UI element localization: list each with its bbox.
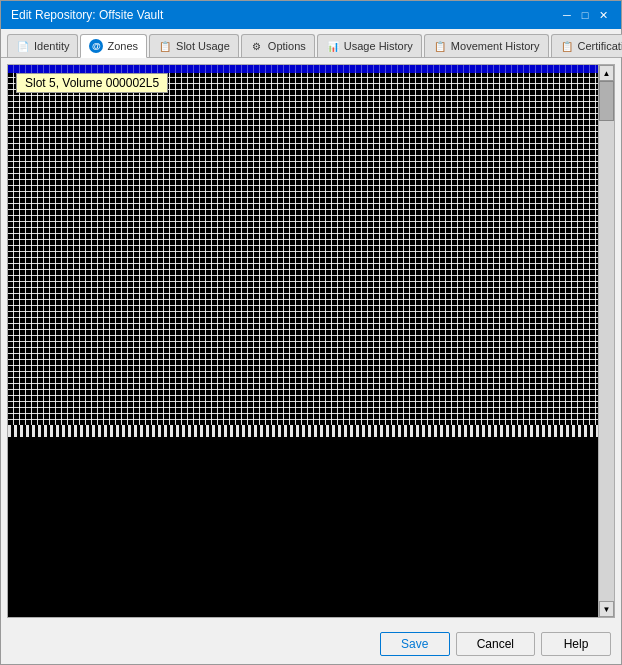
tab-movement-history[interactable]: 📋 Movement History <box>424 34 549 57</box>
tab-usage-history[interactable]: 📊 Usage History <box>317 34 422 57</box>
certification-tab-icon: 📋 <box>560 39 574 53</box>
close-button[interactable]: ✕ <box>595 7 611 23</box>
tab-zones-label: Zones <box>107 40 138 52</box>
minimize-button[interactable]: ─ <box>559 7 575 23</box>
tab-slot-usage[interactable]: 📋 Slot Usage <box>149 34 239 57</box>
tab-options-label: Options <box>268 40 306 52</box>
scrollbar[interactable]: ▲ ▼ <box>598 65 614 617</box>
scrollbar-thumb[interactable] <box>599 81 614 121</box>
identity-tab-icon: 📄 <box>16 39 30 53</box>
scroll-up-button[interactable]: ▲ <box>599 65 614 81</box>
slot-view[interactable]: Slot 5, Volume 000002L5 ▲ ▼ <box>7 64 615 618</box>
slot-tooltip: Slot 5, Volume 000002L5 <box>16 73 168 93</box>
main-window: Edit Repository: Offsite Vault ─ □ ✕ 📄 I… <box>0 0 622 665</box>
usage-history-tab-icon: 📊 <box>326 39 340 53</box>
maximize-button[interactable]: □ <box>577 7 593 23</box>
tab-usage-history-label: Usage History <box>344 40 413 52</box>
zones-tab-icon: @ <box>89 39 103 53</box>
tab-identity[interactable]: 📄 Identity <box>7 34 78 57</box>
scrollbar-track[interactable] <box>599 81 614 601</box>
help-button[interactable]: Help <box>541 632 611 656</box>
tab-options[interactable]: ⚙ Options <box>241 34 315 57</box>
cancel-button[interactable]: Cancel <box>456 632 535 656</box>
window-title: Edit Repository: Offsite Vault <box>11 8 163 22</box>
grid-top-blue <box>8 65 598 73</box>
tab-certification[interactable]: 📋 Certification <box>551 34 623 57</box>
grid-bottom-dots <box>8 425 598 437</box>
title-controls: ─ □ ✕ <box>559 7 611 23</box>
title-bar: Edit Repository: Offsite Vault ─ □ ✕ <box>1 1 621 29</box>
scroll-down-button[interactable]: ▼ <box>599 601 614 617</box>
save-button[interactable]: Save <box>380 632 450 656</box>
tabs-bar: 📄 Identity @ Zones 📋 Slot Usage ⚙ Option… <box>1 29 621 58</box>
tab-zones[interactable]: @ Zones <box>80 34 147 58</box>
options-tab-icon: ⚙ <box>250 39 264 53</box>
tab-movement-history-label: Movement History <box>451 40 540 52</box>
grid-bottom-black <box>8 437 598 617</box>
content-area: Slot 5, Volume 000002L5 ▲ ▼ <box>1 58 621 624</box>
movement-history-tab-icon: 📋 <box>433 39 447 53</box>
footer: Save Cancel Help <box>1 624 621 664</box>
tab-identity-label: Identity <box>34 40 69 52</box>
tab-certification-label: Certification <box>578 40 623 52</box>
tab-slot-usage-label: Slot Usage <box>176 40 230 52</box>
slot-usage-tab-icon: 📋 <box>158 39 172 53</box>
